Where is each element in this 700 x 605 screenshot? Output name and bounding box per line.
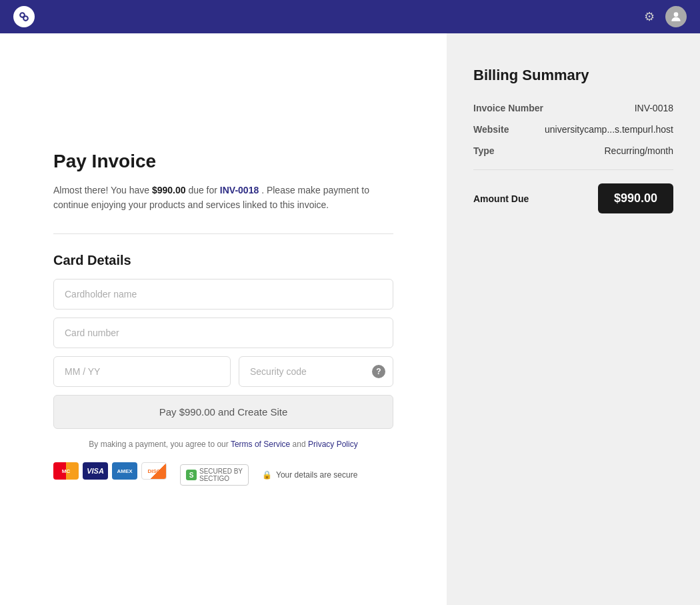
security-code-wrapper: ? [239, 356, 393, 387]
sectigo-label: SECURED BYSECTIGO [199, 468, 243, 482]
amount-due-row: Amount Due $990.00 [473, 183, 673, 213]
secure-text: Your details are secure [276, 470, 357, 480]
settings-icon[interactable]: ⚙ [644, 9, 655, 24]
amount-due-value: $990.00 [598, 183, 673, 213]
security-help-icon[interactable]: ? [372, 365, 385, 378]
desc-mid: due for [188, 185, 219, 195]
terms-and: and [290, 440, 308, 449]
invoice-number-label: Invoice Number [473, 103, 543, 113]
amex-logo: AMEX [112, 462, 137, 480]
top-navigation: ⚙ [0, 0, 700, 33]
website-value: universitycamp...s.tempurl.host [545, 124, 673, 135]
pay-button[interactable]: Pay $990.00 and Create Site [53, 395, 393, 429]
desc-invoice-id: INV-0018 [220, 185, 259, 195]
visa-logo: VISA [83, 462, 108, 480]
payment-description: Almost there! You have $990.00 due for I… [53, 183, 393, 213]
nav-right-actions: ⚙ [644, 6, 687, 27]
invoice-number-value: INV-0018 [635, 103, 673, 113]
security-code-input[interactable] [239, 356, 393, 387]
cardholder-name-input[interactable] [53, 279, 393, 310]
app-logo [13, 6, 35, 27]
website-row: Website universitycamp...s.tempurl.host [473, 124, 673, 135]
privacy-policy-link[interactable]: Privacy Policy [308, 440, 358, 449]
type-row: Type Recurring/month [473, 145, 673, 156]
card-number-group [53, 318, 393, 348]
website-label: Website [473, 124, 509, 135]
sectigo-icon: S [186, 470, 197, 480]
card-section-title: Card Details [53, 253, 393, 268]
card-expiry-security-row: ? [53, 356, 393, 387]
page-title: Pay Invoice [53, 151, 393, 172]
payment-panel: Pay Invoice Almost there! You have $990.… [0, 33, 447, 605]
user-avatar[interactable] [665, 6, 687, 27]
discover-logo: DISC [141, 462, 167, 480]
svg-point-2 [674, 12, 679, 17]
type-label: Type [473, 145, 495, 156]
svg-point-1 [23, 16, 28, 21]
billing-summary-title: Billing Summary [473, 67, 673, 84]
terms-intro: By making a payment, you agree to our [89, 440, 231, 449]
billing-summary-panel: Billing Summary Invoice Number INV-0018 … [447, 33, 700, 605]
terms-of-service-link[interactable]: Terms of Service [231, 440, 290, 449]
lock-icon: 🔒 [262, 470, 272, 480]
card-logos: MC VISA AMEX DISC [53, 462, 167, 480]
amount-due-label: Amount Due [473, 193, 529, 204]
billing-divider [473, 169, 673, 170]
mastercard-logo: MC [53, 462, 79, 480]
sectigo-badge: S SECURED BYSECTIGO [180, 464, 249, 486]
invoice-number-row: Invoice Number INV-0018 [473, 103, 673, 113]
desc-amount: $990.00 [152, 185, 186, 195]
main-layout: Pay Invoice Almost there! You have $990.… [0, 33, 700, 605]
cardholder-name-group [53, 279, 393, 310]
badges-row: MC VISA AMEX DISC S SECURED BYSECTIGO 🔒 … [53, 462, 393, 488]
desc-intro: Almost there! You have [53, 185, 152, 195]
expiry-input[interactable] [53, 356, 231, 387]
type-value: Recurring/month [605, 145, 674, 156]
secure-badge: 🔒 Your details are secure [262, 470, 357, 480]
section-divider [53, 233, 393, 234]
card-number-input[interactable] [53, 318, 393, 348]
terms-text: By making a payment, you agree to our Te… [53, 440, 393, 449]
